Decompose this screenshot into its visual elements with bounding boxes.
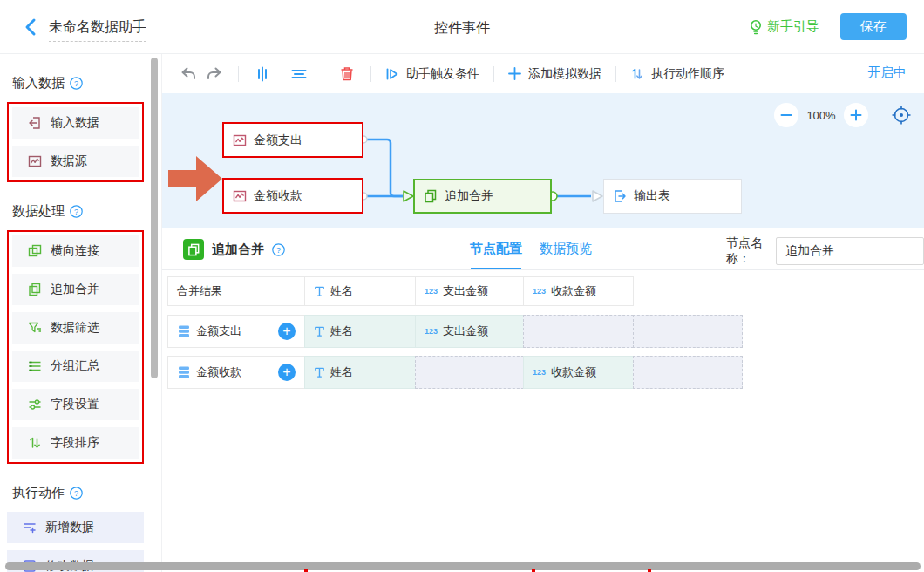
- save-button[interactable]: 保存: [840, 13, 907, 40]
- table-header-row: 合并结果 姓名 123 支出金额 123 收款金额: [167, 276, 743, 306]
- node-expense-source[interactable]: 金额支出: [222, 122, 363, 158]
- append-merge-icon: [28, 283, 42, 296]
- add-field-button[interactable]: +: [278, 364, 296, 381]
- sidebar-item-field-settings[interactable]: 字段设置: [12, 389, 139, 420]
- filter-icon: [28, 321, 42, 335]
- panel-title: 追加合并: [212, 242, 264, 258]
- zoom-level: 100%: [798, 109, 844, 122]
- tab-data-preview[interactable]: 数据预览: [539, 228, 593, 270]
- add-mock-data-button[interactable]: 添加模拟数据: [508, 66, 601, 82]
- sidebar-item-datasource[interactable]: 数据源: [12, 146, 139, 177]
- node-label: 输出表: [634, 188, 670, 204]
- delete-button[interactable]: [337, 65, 357, 84]
- canvas-toolbar: 助手触发条件 添加模拟数据 执行动作顺序 开启中: [162, 54, 924, 93]
- add-field-button[interactable]: +: [278, 323, 296, 340]
- help-icon[interactable]: ?: [70, 77, 83, 90]
- sidebar-item-add-data[interactable]: 新增数据: [7, 512, 144, 543]
- mapped-cell-income-amount[interactable]: 123 收款金额: [523, 356, 634, 389]
- header-cell-merge-result: 合并结果: [167, 276, 305, 306]
- cell-label: 支出金额: [443, 323, 488, 339]
- field-settings-icon: [28, 398, 42, 412]
- sidebar-scrollbar[interactable]: [151, 58, 158, 378]
- text-type-icon: [314, 285, 325, 297]
- crosshair-icon: [891, 105, 912, 126]
- sidebar-item-data-filter[interactable]: 数据筛选: [12, 312, 139, 344]
- source-cell-income[interactable]: 金额收款 +: [167, 356, 305, 389]
- node-income-source[interactable]: 金额收款: [222, 178, 363, 214]
- pointer-arrow-annotation: [168, 151, 224, 207]
- datasource-icon: [28, 154, 42, 168]
- minus-icon: [780, 109, 792, 121]
- output-table-icon: [613, 189, 627, 203]
- merge-mapping-table: 合并结果 姓名 123 支出金额 123 收款金额: [167, 276, 743, 389]
- source-label: 金额支出: [196, 323, 241, 339]
- mapped-cell-name[interactable]: 姓名: [304, 315, 416, 348]
- horizontal-scrollbar[interactable]: [5, 562, 921, 570]
- sidebar-item-field-sort[interactable]: 字段排序: [12, 427, 139, 459]
- help-icon[interactable]: ?: [70, 487, 83, 500]
- header-cell-expense-amount: 123 支出金额: [415, 276, 524, 306]
- help-icon[interactable]: ?: [272, 243, 285, 256]
- section-title: 数据处理: [12, 203, 65, 220]
- annotation-box-input-items: 输入数据 数据源: [7, 102, 144, 182]
- sidebar-item-horizontal-join[interactable]: 横向连接: [12, 235, 139, 267]
- mapped-cell-name[interactable]: 姓名: [304, 356, 416, 389]
- tab-node-config[interactable]: 节点配置: [469, 228, 523, 270]
- align-vertical-button[interactable]: [253, 65, 272, 84]
- node-config-panel-header: 追加合并 ? 节点配置 数据预览 节点名称：: [162, 228, 924, 270]
- empty-cell[interactable]: [415, 356, 524, 389]
- svg-text:?: ?: [74, 208, 78, 216]
- section-title: 执行动作: [12, 485, 65, 501]
- zoom-out-button[interactable]: [774, 103, 798, 127]
- text-type-icon: [314, 366, 325, 378]
- sidebar: 输入数据 ? 输入数据 数据源 数据处理 ? 横向连接 追加合并: [0, 54, 162, 572]
- undo-button[interactable]: [179, 65, 198, 84]
- app-window: 未命名数据助手 控件事件 新手引导 保存 输入数据 ? 输入数据 数据源 数据处…: [0, 0, 924, 572]
- status-toggle[interactable]: 开启中: [867, 65, 907, 81]
- help-icon[interactable]: ?: [70, 205, 83, 218]
- node-append-merge[interactable]: 追加合并: [413, 179, 552, 214]
- empty-cell[interactable]: [633, 315, 743, 348]
- fit-view-button[interactable]: [889, 103, 914, 127]
- flow-canvas[interactable]: 金额支出 金额收款 追加合并 输出表 100%: [162, 93, 924, 228]
- toolbar-divider: [615, 66, 616, 82]
- chart-source-icon: [233, 189, 247, 203]
- redo-icon: [206, 67, 223, 81]
- empty-cell[interactable]: [523, 315, 634, 348]
- item-label: 横向连接: [51, 243, 99, 259]
- node-name-input[interactable]: [776, 237, 924, 265]
- sidebar-item-group-summary[interactable]: 分组汇总: [12, 351, 139, 382]
- section-data-processing: 数据处理 ?: [12, 203, 161, 220]
- toolbar-divider: [493, 66, 494, 82]
- beginner-guide-button[interactable]: 新手引导: [749, 18, 819, 35]
- group-summary-icon: [28, 359, 42, 373]
- guide-label: 新手引导: [767, 18, 819, 35]
- toolbar-divider: [370, 66, 371, 82]
- item-label: 数据源: [51, 153, 87, 169]
- dataset-icon: [177, 324, 191, 338]
- item-label: 分组汇总: [51, 358, 99, 374]
- source-cell-expense[interactable]: 金额支出 +: [167, 315, 305, 348]
- column-label: 支出金额: [443, 283, 488, 299]
- cell-label: 收款金额: [551, 364, 596, 380]
- action-order-button[interactable]: 执行动作顺序: [630, 66, 724, 82]
- section-execute-actions: 执行动作 ?: [12, 485, 161, 501]
- align-horizontal-button[interactable]: [289, 65, 309, 84]
- node-output-table[interactable]: 输出表: [603, 179, 742, 214]
- header-cell-income-amount: 123 收款金额: [523, 276, 634, 306]
- trigger-condition-button[interactable]: 助手触发条件: [385, 66, 479, 82]
- sidebar-item-input-data[interactable]: 输入数据: [12, 107, 139, 139]
- header-cell-name: 姓名: [304, 276, 416, 306]
- empty-cell[interactable]: [633, 356, 743, 389]
- redo-button[interactable]: [205, 65, 224, 84]
- zoom-in-button[interactable]: [844, 103, 868, 127]
- toolbar-divider: [323, 66, 323, 82]
- mapped-cell-expense-amount[interactable]: 123 支出金额: [415, 315, 524, 348]
- svg-text:?: ?: [74, 79, 78, 88]
- bulb-icon: [749, 19, 763, 35]
- svg-text:?: ?: [276, 245, 281, 254]
- table-row-income: 金额收款 + 姓名 123 收款金额: [167, 356, 743, 389]
- sidebar-item-append-merge[interactable]: 追加合并: [12, 274, 139, 305]
- plus-icon: [850, 109, 862, 121]
- column-label: 合并结果: [177, 283, 222, 299]
